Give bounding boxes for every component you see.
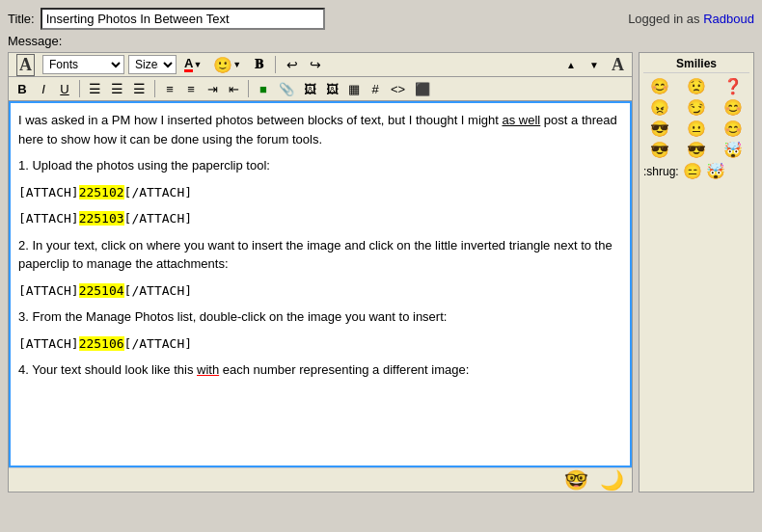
- title-label: Title:: [8, 12, 35, 26]
- hash-button[interactable]: #: [366, 79, 385, 98]
- resize-up-button[interactable]: ▲: [561, 55, 581, 74]
- italic-button[interactable]: I: [34, 79, 53, 98]
- bullet-list-button[interactable]: ≡: [160, 79, 179, 98]
- bold-button[interactable]: B: [13, 79, 32, 98]
- toolbar-separator: [275, 56, 276, 73]
- indent-out-button[interactable]: ⇤: [224, 79, 243, 98]
- align-right-button[interactable]: ☰: [129, 79, 150, 98]
- sep4: [248, 80, 249, 97]
- numbered-list-button[interactable]: ≡: [181, 79, 201, 98]
- media-button[interactable]: ▦: [344, 79, 364, 98]
- smiley-4[interactable]: 😠: [650, 98, 669, 117]
- logged-in-info: Logged in as Radboud: [628, 12, 754, 26]
- smiley-6[interactable]: 😊: [723, 98, 743, 117]
- emoji-crescent-button[interactable]: 🌙: [596, 470, 628, 490]
- code-button[interactable]: <>: [387, 79, 409, 98]
- smiley-10[interactable]: 😎: [650, 141, 669, 159]
- smilies-title: Smilies: [643, 57, 749, 73]
- image-button[interactable]: 🖼: [322, 79, 342, 98]
- text-area[interactable]: I was asked in a PM how I inserted photo…: [9, 101, 632, 467]
- smiley-5[interactable]: 😏: [687, 98, 706, 117]
- title-input[interactable]: [41, 8, 325, 30]
- sizes-select[interactable]: Sizes 8 10 12 14: [128, 55, 177, 74]
- smilies-grid: 😊 😟 ❓ 😠 😏 😊 😎 😐 😊 😎 😎 🤯: [643, 77, 749, 159]
- paperclip-button[interactable]: 📎: [275, 79, 298, 98]
- smiley-12[interactable]: 🤯: [723, 141, 743, 159]
- redo-button[interactable]: ↪: [306, 55, 325, 74]
- editor-container: A Fonts Arial Times New Roman Sizes 8 10…: [8, 52, 754, 492]
- smiley-1[interactable]: 😊: [650, 77, 669, 95]
- table-button[interactable]: ⬛: [411, 79, 434, 98]
- page-wrapper: Title: Logged in as Radboud Message: A F…: [8, 8, 754, 492]
- title-section: Title:: [8, 8, 325, 30]
- extra-smiley[interactable]: 🤯: [706, 162, 725, 180]
- sep3: [154, 80, 155, 97]
- smiley-2[interactable]: 😟: [687, 77, 706, 95]
- smiley-9[interactable]: 😊: [723, 120, 743, 138]
- resize-down-button[interactable]: ▼: [585, 55, 604, 74]
- fonts-select[interactable]: Fonts Arial Times New Roman: [42, 55, 124, 74]
- message-label: Message:: [8, 34, 754, 48]
- toolbar-row2: B I U ☰ ☰ ☰ ≡ ≡ ⇥ ⇤ ■ 📎 🖼 🖼 ▦ # <: [9, 77, 632, 101]
- bg-color-button[interactable]: ■: [254, 79, 273, 98]
- editor-main: A Fonts Arial Times New Roman Sizes 8 10…: [8, 52, 633, 492]
- smiley-3[interactable]: ❓: [723, 77, 743, 95]
- sep2: [79, 80, 80, 97]
- shrug-smiley[interactable]: 😑: [683, 162, 702, 180]
- toolbar-row1: A Fonts Arial Times New Roman Sizes 8 10…: [9, 53, 632, 77]
- shrug-label: :shrug:: [643, 165, 679, 178]
- toolbar-bottom: 🤓 🌙: [9, 467, 632, 492]
- text-color-button[interactable]: A ▼: [180, 55, 205, 74]
- font-size-large-button[interactable]: A: [608, 55, 628, 74]
- align-center-button[interactable]: ☰: [107, 79, 127, 98]
- smilies-panel: Smilies 😊 😟 ❓ 😠 😏 😊 😎 😐 😊 😎 😎 🤯 :shrug: …: [639, 52, 754, 492]
- smiley-8[interactable]: 😐: [687, 120, 706, 138]
- smiley-11[interactable]: 😎: [687, 141, 706, 159]
- undo-button[interactable]: ↩: [283, 55, 302, 74]
- smiley-7[interactable]: 😎: [650, 120, 669, 138]
- attach-button[interactable]: 🖼: [300, 79, 320, 98]
- underline-button[interactable]: U: [55, 79, 74, 98]
- shrug-row: :shrug: 😑 🤯: [643, 162, 749, 180]
- header-row: Title: Logged in as Radboud: [8, 8, 754, 30]
- smiley-button[interactable]: 🙂▼: [209, 55, 245, 74]
- font-icon-button[interactable]: A: [13, 55, 39, 74]
- username-link[interactable]: Radboud: [703, 12, 754, 26]
- emoji-nerd-button[interactable]: 🤓: [560, 470, 592, 490]
- indent-in-button[interactable]: ⇥: [203, 79, 222, 98]
- align-left-button[interactable]: ☰: [85, 79, 105, 98]
- bold-special-button[interactable]: 𝐁: [249, 55, 268, 74]
